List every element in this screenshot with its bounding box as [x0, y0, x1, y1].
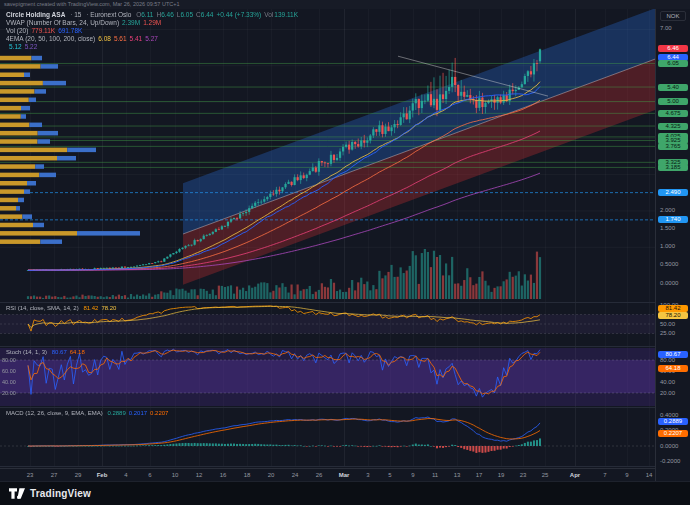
- macd-legend-values: 0.28890.20170.2207: [104, 410, 168, 416]
- indicator-row[interactable]: Vol (20)779.11K691.78K: [6, 27, 298, 35]
- volume-value: 139.11K: [274, 11, 298, 18]
- price-tick: 7.00: [660, 25, 672, 32]
- stoch-value: 80.67: [52, 349, 67, 355]
- symbol-legend[interactable]: Circle Holding ASA · 15 · Euronext Oslo …: [6, 11, 298, 51]
- price-label-badge: 1.740: [658, 216, 688, 223]
- time-tick: 29: [68, 472, 88, 478]
- time-tick: 26: [309, 472, 329, 478]
- price-label-badge: 0.2889: [658, 418, 688, 425]
- rsi-value: 78.20: [101, 305, 116, 311]
- stoch-left-tick: 20.00: [2, 390, 16, 396]
- indicator-name: 4EMA (20, 50, 100, 200, close): [6, 35, 95, 42]
- stoch-value: 64.18: [70, 349, 85, 355]
- time-tick: 20: [261, 472, 281, 478]
- stoch-legend[interactable]: Stoch (14, 1, 3) 80.6764.18: [6, 349, 85, 356]
- time-tick: 23: [513, 472, 533, 478]
- macd-legend[interactable]: MACD (12, 26, close, 9, EMA, EMA) 0.2889…: [6, 410, 168, 417]
- time-tick: 13: [447, 472, 467, 478]
- stoch-legend-values: 80.6764.18: [49, 349, 85, 355]
- price-label-badge: 6.05: [658, 60, 688, 67]
- time-tick: 12: [189, 472, 209, 478]
- dot-separator: ·: [86, 11, 88, 18]
- currency-button[interactable]: NOK: [660, 11, 686, 21]
- indicator-value: 5.22: [25, 43, 38, 50]
- attribution-bar: savepigment created with TradingView.com…: [0, 0, 690, 9]
- time-tick: 9: [617, 472, 637, 478]
- price-tick: 2.000: [660, 207, 675, 214]
- rsi-legend-values: 81.4278.20: [80, 305, 116, 311]
- time-tick: 24: [285, 472, 305, 478]
- time-tick: 19: [491, 472, 511, 478]
- price-axis[interactable]: NOK 7.002.0001.5001.0000.50000.00006.466…: [655, 9, 690, 481]
- price-tick: 1.500: [660, 225, 675, 232]
- time-tick: 27: [44, 472, 64, 478]
- rsi-value: 81.42: [83, 305, 98, 311]
- stoch-left-tick: 80.00: [2, 357, 16, 363]
- tradingview-logo-icon[interactable]: [9, 488, 25, 499]
- indicator-name: Vol (20): [6, 27, 28, 34]
- volume-key: Vol: [264, 11, 273, 18]
- time-tick: 5: [380, 472, 400, 478]
- price-label-badge: 2.490: [658, 189, 688, 196]
- indicator-value: 5.27: [145, 35, 158, 42]
- time-axis[interactable]: 232729Feb4610121618202426Mar359111317192…: [0, 468, 655, 481]
- indicator-row[interactable]: 5.125.22: [6, 43, 298, 51]
- ohlc-value: 6.44: [201, 11, 214, 18]
- time-tick: Feb: [92, 472, 112, 478]
- rsi-legend-name[interactable]: RSI (14, close, SMA, 14, 2): [6, 305, 79, 311]
- exchange-label: Euronext Oslo: [90, 11, 131, 18]
- indicator-value: 6.08: [98, 35, 111, 42]
- attribution-text: savepigment created with TradingView.com…: [4, 1, 180, 7]
- indicator-legend-rows: VWAP (Number Of Bars, 24, Up/Down)2.39M1…: [6, 19, 298, 51]
- time-tick: 11: [425, 472, 445, 478]
- footer-bar: TradingView: [0, 481, 690, 505]
- ohlc-value: 6.46: [161, 11, 174, 18]
- macd-value: 0.2017: [129, 410, 147, 416]
- ohlc-values: O6.11H6.46L6.05C6.44+0.44 (+7.33%)Vol139…: [133, 11, 298, 18]
- ohlc-value: 6.05: [180, 11, 193, 18]
- price-label-badge: 0.2207: [658, 430, 688, 437]
- price-tick: 40.00: [660, 379, 675, 386]
- interval-label[interactable]: 15: [74, 11, 81, 18]
- time-tick: 17: [469, 472, 489, 478]
- symbol-row[interactable]: Circle Holding ASA · 15 · Euronext Oslo …: [6, 11, 298, 19]
- macd-value: 0.2207: [150, 410, 168, 416]
- dot-separator: ·: [70, 11, 72, 18]
- time-tick: 6: [140, 472, 160, 478]
- price-label-badge: 4.675: [658, 110, 688, 117]
- chart-canvas[interactable]: [0, 9, 655, 468]
- price-label-badge: 5.40: [658, 84, 688, 91]
- macd-value: 0.2889: [107, 410, 125, 416]
- indicator-value: 5.12: [9, 43, 22, 50]
- symbol-title[interactable]: Circle Holding ASA: [6, 11, 65, 18]
- time-tick: 4: [116, 472, 136, 478]
- indicator-row[interactable]: 4EMA (20, 50, 100, 200, close)6.085.615.…: [6, 35, 298, 43]
- time-tick: 3: [358, 472, 378, 478]
- indicator-row[interactable]: VWAP (Number Of Bars, 24, Up/Down)2.39M1…: [6, 19, 298, 27]
- stoch-legend-name[interactable]: Stoch (14, 1, 3): [6, 349, 47, 355]
- price-tick: 0.5000: [660, 261, 678, 268]
- time-tick: 23: [20, 472, 40, 478]
- time-tick: 9: [403, 472, 423, 478]
- price-tick: -0.2000: [660, 458, 680, 465]
- price-tick: 20.00: [660, 390, 675, 397]
- indicator-value: 5.41: [130, 35, 143, 42]
- price-tick: 0.0000: [660, 443, 678, 450]
- price-tick: 25.00: [660, 330, 675, 337]
- indicator-value: 691.78K: [58, 27, 82, 34]
- price-label-badge: 6.46: [658, 45, 688, 52]
- stoch-left-tick: 60.00: [2, 368, 16, 374]
- macd-legend-name[interactable]: MACD (12, 26, close, 9, EMA, EMA): [6, 410, 103, 416]
- price-label-badge: 4.325: [658, 123, 688, 130]
- time-tick: 7: [595, 472, 615, 478]
- tradingview-chart-page: { "topbar": {"text": "savepigment create…: [0, 0, 690, 505]
- price-label-badge: 3.765: [658, 143, 688, 150]
- time-tick: 25: [535, 472, 555, 478]
- price-label-badge: 80.67: [658, 351, 688, 358]
- price-label-badge: 5.00: [658, 98, 688, 105]
- tradingview-logo-text[interactable]: TradingView: [30, 488, 91, 499]
- rsi-legend[interactable]: RSI (14, close, SMA, 14, 2) 81.4278.20: [6, 305, 116, 312]
- indicator-value: 1.29M: [143, 19, 161, 26]
- time-tick: Apr: [565, 472, 585, 478]
- time-tick: 18: [237, 472, 257, 478]
